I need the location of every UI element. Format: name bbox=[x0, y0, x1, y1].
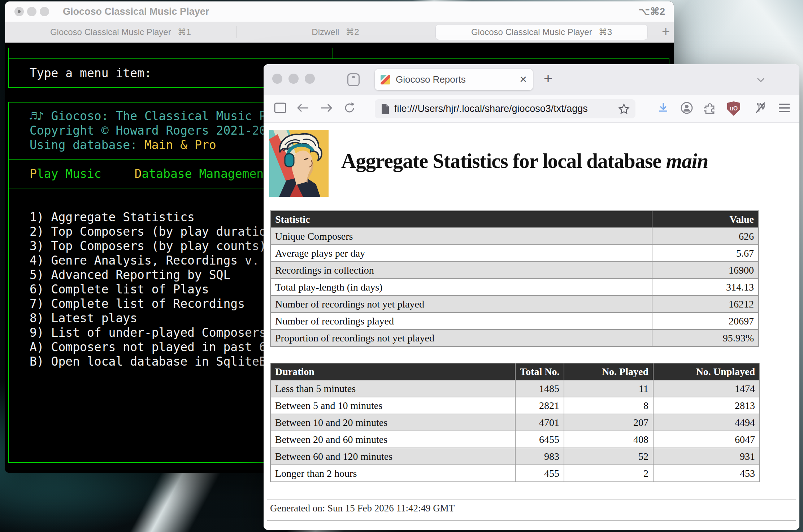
terminal-tab-1[interactable]: Giocoso Classical Music Player⌘1 bbox=[5, 22, 236, 43]
terminal-tab-3-active[interactable]: Giocoso Classical Music Player⌘3 bbox=[435, 24, 648, 40]
table-cell: Recordings in collection bbox=[270, 262, 652, 279]
table-cell: 6455 bbox=[515, 431, 564, 448]
tui-border-fragment bbox=[333, 48, 333, 59]
close-button[interactable] bbox=[272, 74, 282, 84]
table-cell: Longer than 2 hours bbox=[270, 465, 515, 482]
table-cell: 95.93% bbox=[652, 330, 759, 346]
tab-title: Giocoso Reports bbox=[396, 74, 519, 85]
menu-item[interactable]: 3) Top Composers (by play counts) bbox=[30, 239, 266, 253]
firefox-view-icon[interactable] bbox=[347, 73, 360, 86]
tab-close-icon[interactable]: ✕ bbox=[519, 74, 527, 85]
table-cell: 1474 bbox=[653, 380, 760, 397]
menu-item[interactable]: 5) Advanced Reporting by SQL bbox=[30, 268, 230, 282]
table-cell: Less than 5 minutes bbox=[270, 380, 515, 397]
table-cell: Proportion of recordings not yet played bbox=[270, 330, 652, 346]
menu-item[interactable]: 8) Latest plays bbox=[30, 311, 137, 326]
browser-window: Giocoso Reports ✕ + file:///Users/hjr/.l… bbox=[264, 64, 799, 530]
terminal-tab-2[interactable]: Dizwell⌘2 bbox=[236, 22, 435, 43]
tab-list-chevron-icon[interactable] bbox=[754, 73, 768, 88]
table-row: Between 20 and 60 minutes64554086047 bbox=[270, 431, 760, 448]
table-cell: 2821 bbox=[515, 397, 564, 414]
account-icon[interactable] bbox=[680, 101, 693, 116]
report-title: Aggregate Statistics for local database … bbox=[341, 149, 708, 173]
table-cell: 20697 bbox=[652, 313, 759, 330]
column-header: Total No. bbox=[515, 363, 564, 380]
browser-tabstrip: Giocoso Reports ✕ + bbox=[264, 64, 799, 95]
table-cell: Between 10 and 20 minutes bbox=[270, 414, 515, 431]
tab-shortcut: ⌘1 bbox=[178, 27, 191, 37]
database-label: Using database: bbox=[30, 138, 144, 152]
menu-tab-database-management[interactable]: Database Management bbox=[135, 167, 271, 181]
menu-tab-play-music[interactable]: Play Music bbox=[30, 167, 101, 181]
browser-new-tab-button[interactable]: + bbox=[539, 64, 557, 95]
table-cell: 5.67 bbox=[652, 245, 759, 262]
url-fade bbox=[593, 103, 618, 114]
table-row: Between 5 and 10 minutes282182813 bbox=[270, 397, 760, 414]
tab-shortcut: ⌘3 bbox=[599, 27, 612, 37]
table-row: Number of recordings not yet played16212 bbox=[270, 296, 759, 313]
table-cell: 455 bbox=[515, 465, 564, 482]
bookmark-star-icon[interactable] bbox=[618, 103, 630, 115]
copyright-line: Copyright © Howard Rogers 2021-2026 bbox=[30, 123, 281, 138]
menu-item[interactable]: 9) List of under-played Composers bbox=[30, 326, 266, 340]
report-title-db-name: main bbox=[666, 149, 708, 172]
terminal-new-tab-button[interactable]: + bbox=[656, 22, 674, 43]
divider bbox=[267, 499, 796, 500]
menu-item[interactable]: 6) Complete list of Plays bbox=[30, 282, 209, 297]
table-cell: 983 bbox=[515, 448, 564, 465]
table-cell: Average plays per day bbox=[270, 245, 652, 262]
report-footer: Generated on: Sun 15 Feb 2026 11:42:49 G… bbox=[270, 503, 455, 514]
table-cell: 16900 bbox=[652, 262, 759, 279]
minimize-button[interactable] bbox=[27, 7, 36, 16]
close-button[interactable] bbox=[14, 7, 24, 16]
extensions-puzzle-icon[interactable] bbox=[704, 102, 716, 115]
url-bar[interactable]: file:///Users/hjr/.local/share/giocoso3/… bbox=[375, 99, 635, 118]
menu-hamburger-icon[interactable] bbox=[778, 103, 790, 114]
favicon bbox=[381, 75, 390, 84]
hotkey-letter: D bbox=[135, 167, 142, 181]
menu-item[interactable]: A) Composers not played in past 60 d bbox=[30, 340, 288, 354]
url-text[interactable]: file:///Users/hjr/.local/share/giocoso3/… bbox=[394, 103, 618, 114]
page-icon bbox=[381, 104, 390, 114]
table-cell: Number of recordings not yet played bbox=[270, 296, 652, 313]
back-icon[interactable] bbox=[296, 103, 309, 115]
table-cell: Between 20 and 60 minutes bbox=[270, 431, 515, 448]
table-cell: Between 60 and 120 minutes bbox=[270, 448, 515, 465]
column-header: Duration bbox=[270, 363, 515, 380]
table-cell: 453 bbox=[653, 465, 760, 482]
terminal-titlebar[interactable]: Giocoso Classical Music Player ⌥⌘2 bbox=[5, 1, 674, 22]
table-cell: Between 5 and 10 minutes bbox=[270, 397, 515, 414]
beethoven-artwork bbox=[269, 130, 329, 197]
table-cell: 11 bbox=[564, 380, 653, 397]
tab-shortcut: ⌘2 bbox=[346, 27, 359, 37]
menu-item[interactable]: 4) Genre Analysis, Recordings v. Pla bbox=[30, 253, 288, 268]
menu-item[interactable]: 1) Aggregate Statistics bbox=[30, 210, 195, 224]
table-row: Recordings in collection16900 bbox=[270, 262, 759, 279]
browser-tab-active[interactable]: Giocoso Reports ✕ bbox=[375, 69, 533, 90]
forward-icon[interactable] bbox=[320, 103, 333, 115]
menu-item[interactable]: B) Open local database in SqliteBrow bbox=[30, 354, 288, 369]
table-row: Proportion of recordings not yet played9… bbox=[270, 330, 759, 346]
table-cell: 4494 bbox=[653, 414, 760, 431]
terminal-prompt: Type a menu item: bbox=[30, 66, 152, 80]
window-controls bbox=[272, 74, 315, 84]
table-cell: Number of recordings played bbox=[270, 313, 652, 330]
zoom-button[interactable] bbox=[40, 7, 49, 16]
location-pin-slash-icon[interactable] bbox=[754, 101, 767, 116]
menu-item[interactable]: 2) Top Composers (by play durations) bbox=[30, 224, 288, 239]
minimize-button[interactable] bbox=[288, 74, 299, 84]
sidebar-toggle-icon[interactable] bbox=[274, 103, 286, 115]
downloads-icon[interactable] bbox=[657, 102, 669, 115]
browser-toolbar: file:///Users/hjr/.local/share/giocoso3/… bbox=[264, 95, 799, 123]
database-line: Using database: Main & Pro bbox=[30, 138, 216, 152]
reload-icon[interactable] bbox=[343, 102, 356, 115]
menu-tab-label: atabase Management bbox=[142, 167, 271, 181]
column-header: No. Played bbox=[564, 363, 653, 380]
table-cell: 626 bbox=[652, 228, 759, 245]
ublock-shield-icon[interactable]: uO bbox=[727, 101, 740, 116]
menu-item[interactable]: 7) Complete list of Recordings bbox=[30, 297, 245, 311]
table-cell: Unique Composers bbox=[270, 228, 652, 245]
tui-border-fragment bbox=[8, 48, 9, 59]
database-value: Main & Pro bbox=[144, 138, 216, 152]
zoom-button[interactable] bbox=[305, 74, 315, 84]
